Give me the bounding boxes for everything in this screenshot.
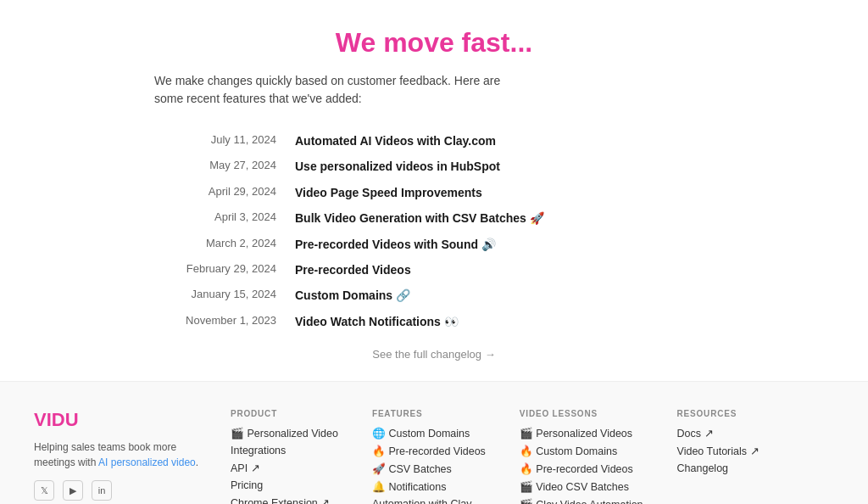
changelog-date: February 29, 2024 [154, 257, 290, 283]
social-icons: 𝕏 ▶ in [34, 480, 203, 501]
footer-tagline: Helping sales teams book more meetings w… [34, 440, 203, 470]
changelog-date: July 11, 2024 [154, 128, 290, 154]
linkedin-icon[interactable]: in [92, 480, 112, 501]
changelog-date: April 29, 2024 [154, 180, 290, 205]
changelog-row: July 11, 2024 Automated AI Videos with C… [154, 128, 714, 154]
footer-col-0-item-2[interactable]: API ↗ [231, 462, 338, 474]
footer-col-2-item-4[interactable]: 🎬 Clay Video Automation [520, 498, 643, 504]
footer-col-title-3: RESOURCES [677, 409, 779, 418]
footer-col-0-item-4[interactable]: Chrome Extension ↗ [231, 496, 338, 504]
changelog-row: February 29, 2024 Pre-recorded Videos [154, 257, 714, 283]
changelog-date: March 2, 2024 [154, 232, 290, 257]
footer-col-3-item-0[interactable]: Docs ↗ [677, 427, 779, 440]
page-subtitle: We make changes quickly based on custome… [154, 72, 510, 108]
footer-col-1-item-0[interactable]: 🌐 Custom Domains [372, 427, 486, 440]
footer-col-2-item-3[interactable]: 🎬 Video CSV Batches [520, 480, 643, 493]
changelog-row: April 3, 2024 Bulk Video Generation with… [154, 205, 714, 231]
twitter-icon[interactable]: 𝕏 [34, 480, 54, 501]
changelog-label: Use personalized videos in HubSpot [290, 154, 714, 179]
youtube-icon[interactable]: ▶ [63, 480, 83, 501]
page-headline: We move fast... [154, 27, 714, 59]
changelog-date: April 3, 2024 [154, 205, 290, 231]
changelog-table: July 11, 2024 Automated AI Videos with C… [154, 128, 714, 334]
changelog-row: November 1, 2023 Video Watch Notificatio… [154, 309, 714, 334]
changelog-date: May 27, 2024 [154, 154, 290, 179]
changelog-date: January 15, 2024 [154, 283, 290, 308]
changelog-label: Pre-recorded Videos [290, 257, 714, 283]
footer-col-1: FEATURES🌐 Custom Domains🔥 Pre-recorded V… [372, 409, 486, 504]
footer-col-1-item-4[interactable]: Automation with Clay [372, 498, 486, 504]
footer-logo: VIDU [34, 409, 203, 431]
footer-col-0-item-0[interactable]: 🎬 Personalized Video [231, 427, 338, 440]
changelog-date: November 1, 2023 [154, 309, 290, 334]
changelog-label: Video Watch Notifications 👀 [290, 309, 714, 334]
tagline-after: . [196, 456, 198, 468]
footer-col-title-1: FEATURES [372, 409, 486, 418]
see-full-changelog-link[interactable]: See the full changelog → [154, 348, 714, 361]
changelog-row: March 2, 2024 Pre-recorded Videos with S… [154, 232, 714, 257]
tagline-link[interactable]: AI personalized video [98, 456, 196, 468]
footer-col-3: RESOURCESDocs ↗Video Tutorials ↗Changelo… [677, 409, 779, 504]
changelog-label: Custom Domains 🔗 [290, 283, 714, 308]
page-footer: VIDU Helping sales teams book more meeti… [0, 381, 868, 504]
changelog-label: Bulk Video Generation with CSV Batches 🚀 [290, 205, 714, 231]
footer-col-title-2: VIDEO LESSONS [520, 409, 643, 418]
footer-col-0-item-3[interactable]: Pricing [231, 479, 338, 491]
footer-brand: VIDU Helping sales teams book more meeti… [34, 409, 203, 504]
footer-col-1-item-1[interactable]: 🔥 Pre-recorded Videos [372, 445, 486, 457]
footer-col-0-item-1[interactable]: Integrations [231, 445, 338, 456]
changelog-row: May 27, 2024 Use personalized videos in … [154, 154, 714, 179]
footer-col-1-item-2[interactable]: 🚀 CSV Batches [372, 462, 486, 475]
changelog-label: Automated AI Videos with Clay.com [290, 128, 714, 154]
footer-col-2: VIDEO LESSONS🎬 Personalized Videos🔥 Cust… [520, 409, 643, 504]
footer-col-2-item-1[interactable]: 🔥 Custom Domains [520, 445, 643, 457]
changelog-label: Video Page Speed Improvements [290, 180, 714, 205]
footer-col-2-item-0[interactable]: 🎬 Personalized Videos [520, 427, 643, 440]
footer-col-1-item-3[interactable]: 🔔 Notifications [372, 480, 486, 493]
changelog-row: January 15, 2024 Custom Domains 🔗 [154, 283, 714, 308]
footer-col-3-item-1[interactable]: Video Tutorials ↗ [677, 445, 779, 457]
footer-col-3-item-2[interactable]: Changelog [677, 462, 779, 474]
footer-col-2-item-2[interactable]: 🔥 Pre-recorded Videos [520, 462, 643, 475]
changelog-label: Pre-recorded Videos with Sound 🔊 [290, 232, 714, 257]
footer-col-title-0: PRODUCT [231, 409, 338, 418]
footer-columns: PRODUCT🎬 Personalized VideoIntegrationsA… [231, 409, 834, 504]
changelog-row: April 29, 2024 Video Page Speed Improvem… [154, 180, 714, 205]
footer-col-0: PRODUCT🎬 Personalized VideoIntegrationsA… [231, 409, 338, 504]
main-content: We move fast... We make changes quickly … [137, 0, 731, 381]
